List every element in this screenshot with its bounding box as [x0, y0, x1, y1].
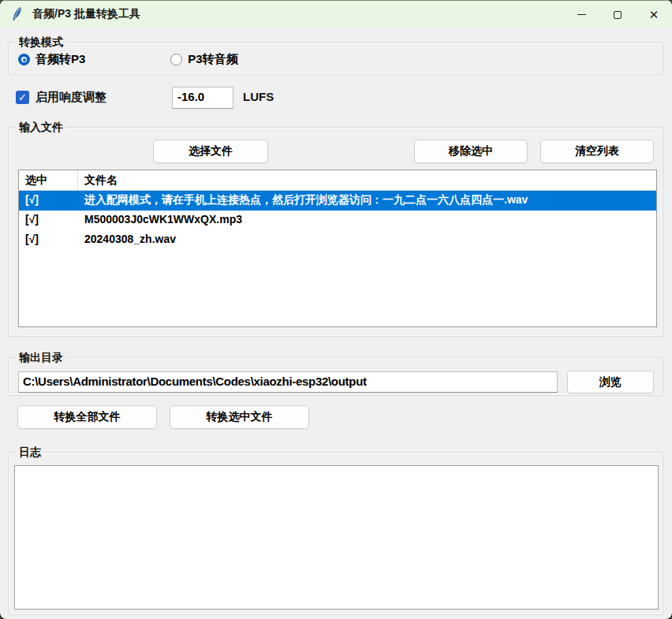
- loudness-row: ✓ 启用响度调整 -16.0 LUFS: [16, 87, 656, 109]
- file-list-header: 选中 文件名: [19, 170, 656, 191]
- remove-selected-button[interactable]: 移除选中: [414, 140, 528, 163]
- row-filename-cell: 20240308_zh.wav: [78, 230, 656, 250]
- loudness-checkbox[interactable]: ✓: [16, 91, 29, 104]
- loudness-checkbox-label: 启用响度调整: [35, 90, 106, 105]
- app-window: 音频/P3 批量转换工具 ✕ 转换模式 音频转P3 P3转音频 ✓ 启用响度调整…: [0, 0, 672, 619]
- titlebar: 音频/P3 批量转换工具 ✕: [0, 0, 672, 28]
- row-check-cell: [√]: [19, 211, 78, 230]
- browse-button[interactable]: 浏览: [567, 371, 654, 393]
- radio-audio-to-p3[interactable]: 音频转P3: [18, 52, 85, 67]
- header-checked-column[interactable]: 选中: [19, 170, 78, 190]
- radio-p3-to-audio[interactable]: P3转音频: [170, 52, 237, 67]
- mode-group-label: 转换模式: [16, 35, 66, 50]
- mode-radio-row: 音频转P3 P3转音频: [18, 52, 238, 67]
- table-row[interactable]: [√] 20240308_zh.wav: [19, 230, 656, 250]
- lufs-value-input[interactable]: -16.0: [172, 87, 233, 109]
- output-dir-group-label: 输出目录: [16, 351, 66, 365]
- select-files-button[interactable]: 选择文件: [153, 140, 268, 163]
- table-row[interactable]: [√] M500003J0cWK1WWxQX.mp3: [19, 211, 656, 230]
- table-row[interactable]: [√] 进入配网模式，请在手机上连接热点，然后打开浏览器访问：一九二点一六八点四…: [19, 191, 656, 211]
- row-filename-cell: M500003J0cWK1WWxQX.mp3: [78, 211, 656, 230]
- clear-list-button[interactable]: 清空列表: [540, 140, 654, 163]
- radio-selected-icon: [18, 54, 30, 65]
- output-path-input[interactable]: C:\Users\Administrator\Documents\Codes\x…: [18, 371, 558, 393]
- lufs-unit-label: LUFS: [243, 90, 274, 103]
- row-check-cell: [√]: [19, 191, 78, 211]
- minimize-icon: [577, 14, 586, 15]
- radio-audio-to-p3-label: 音频转P3: [35, 52, 85, 67]
- window-controls: ✕: [563, 1, 672, 28]
- radio-unselected-icon: [170, 54, 182, 65]
- input-files-group-label: 输入文件: [16, 121, 66, 135]
- mode-groupbox: 转换模式 音频转P3 P3转音频: [8, 42, 663, 75]
- convert-selected-button[interactable]: 转换选中文件: [170, 405, 309, 429]
- log-textarea[interactable]: [14, 465, 659, 610]
- header-filename-column[interactable]: 文件名: [78, 170, 656, 190]
- file-list-table[interactable]: 选中 文件名 [√] 进入配网模式，请在手机上连接热点，然后打开浏览器访问：一九…: [18, 170, 657, 327]
- convert-all-button[interactable]: 转换全部文件: [17, 405, 157, 429]
- maximize-icon: [614, 11, 622, 19]
- close-button[interactable]: ✕: [636, 1, 672, 28]
- maximize-button[interactable]: [599, 1, 636, 28]
- window-title: 音频/P3 批量转换工具: [32, 7, 140, 21]
- radio-p3-to-audio-label: P3转音频: [188, 52, 237, 67]
- log-group-label: 日志: [16, 446, 44, 460]
- output-dir-groupbox: 输出目录 C:\Users\Administrator\Documents\Co…: [8, 357, 663, 396]
- tk-feather-icon: [9, 6, 25, 22]
- row-filename-cell: 进入配网模式，请在手机上连接热点，然后打开浏览器访问：一九二点一六八点四点一.w…: [78, 191, 656, 211]
- input-files-groupbox: 输入文件 选择文件 移除选中 清空列表 选中 文件名 [√] 进入配网模式，请在…: [8, 127, 663, 337]
- close-icon: ✕: [649, 9, 659, 21]
- row-check-cell: [√]: [19, 230, 78, 250]
- minimize-button[interactable]: [563, 1, 599, 28]
- log-groupbox: 日志: [8, 452, 663, 615]
